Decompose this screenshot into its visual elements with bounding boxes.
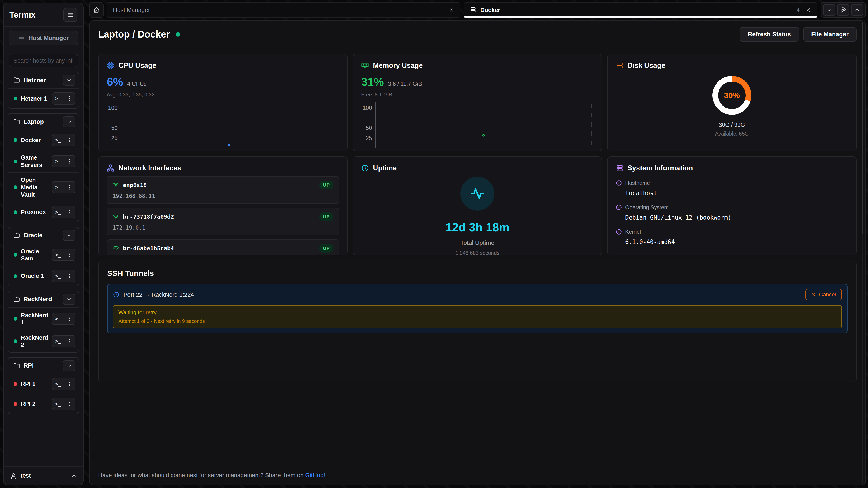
status-dot (13, 160, 17, 163)
host-row[interactable]: Open Media Vault >_ (8, 172, 79, 202)
host-actions: >_ (52, 398, 75, 410)
tab-host-manager[interactable]: Host Manager (107, 2, 460, 18)
group-collapse-button[interactable] (63, 360, 75, 371)
home-button[interactable] (89, 2, 103, 18)
close-icon[interactable] (449, 7, 454, 13)
host-name: RackNerd 2 (21, 334, 49, 349)
group-name: Oracle (24, 232, 59, 239)
activity-icon (460, 177, 494, 210)
terminal-button[interactable]: >_ (53, 398, 64, 410)
host-actions: >_ (52, 335, 75, 347)
card-title: Network Interfaces (119, 164, 181, 172)
host-menu-button[interactable] (64, 379, 75, 390)
memory-free: Free: 8.1 GiB (361, 92, 594, 98)
system-value: localhost (625, 190, 848, 197)
host-row[interactable]: RackNerd 1 >_ (8, 307, 79, 330)
home-icon (93, 7, 99, 13)
card-title: Memory Usage (373, 61, 423, 70)
host-name: Game Servers (21, 154, 49, 168)
host-online-dot (176, 32, 180, 37)
search-input[interactable] (8, 54, 78, 67)
terminal-icon: >_ (55, 252, 61, 258)
group-collapse-button[interactable] (63, 116, 75, 127)
cpu-load-avg: Avg: 0.33, 0.36, 0.32 (107, 92, 339, 98)
host-menu-button[interactable] (64, 313, 75, 324)
tools-button[interactable] (837, 4, 849, 16)
status-dot (13, 317, 17, 321)
scrollbar-thumb[interactable] (862, 22, 864, 234)
host-row[interactable]: Oracle Sam >_ (8, 243, 79, 266)
expand-button[interactable] (851, 4, 863, 16)
host-actions: >_ (52, 92, 75, 105)
group-header[interactable]: Oracle (8, 227, 79, 243)
server-icon (470, 7, 476, 13)
group-header[interactable]: RPI (8, 358, 79, 374)
system-label: Operating System (625, 204, 669, 210)
cpu-chart: 100 50 25 (121, 104, 337, 148)
host-row[interactable]: RPI 1 >_ (8, 374, 79, 394)
host-row[interactable]: Hetzner 1 >_ (8, 88, 79, 108)
scrollbar[interactable] (862, 22, 864, 483)
terminal-button[interactable]: >_ (53, 249, 64, 260)
host-menu-button[interactable] (64, 182, 75, 193)
collapse-button[interactable] (823, 4, 835, 16)
github-link[interactable]: GitHub! (305, 472, 325, 479)
host-row[interactable]: Oracle 1 >_ (8, 266, 79, 286)
user-menu[interactable]: test (4, 466, 83, 485)
system-value: 6.1.0-40-amd64 (625, 238, 848, 246)
kebab-icon (67, 316, 72, 322)
terminal-button[interactable]: >_ (53, 270, 64, 282)
clock-icon (361, 164, 369, 172)
terminal-button[interactable]: >_ (53, 313, 64, 324)
disk-usage: 30G / 99G (719, 122, 745, 128)
terminal-button[interactable]: >_ (53, 335, 64, 347)
app-title: Termix (9, 10, 35, 20)
terminal-button[interactable]: >_ (53, 379, 64, 390)
host-row[interactable]: RPI 2 >_ (8, 394, 79, 414)
host-menu-button[interactable] (64, 93, 75, 104)
terminal-button[interactable]: >_ (53, 134, 64, 146)
file-manager-button[interactable]: File Manager (803, 27, 857, 41)
folder-icon (13, 77, 20, 84)
host-row[interactable]: RackNerd 2 >_ (8, 330, 79, 352)
tab-docker[interactable]: Docker (464, 2, 817, 18)
host-menu-button[interactable] (64, 335, 75, 347)
terminal-button[interactable]: >_ (53, 206, 64, 218)
group-header[interactable]: Hetzner (8, 72, 79, 88)
host-actions: >_ (52, 249, 75, 261)
uptime-seconds: 1,048,683 seconds (456, 250, 499, 255)
host-menu-button[interactable] (64, 249, 75, 260)
host-menu-button[interactable] (64, 134, 75, 146)
cancel-label: Cancel (819, 291, 836, 298)
group-collapse-button[interactable] (63, 294, 75, 305)
sidebar-menu-button[interactable] (63, 8, 77, 22)
hamburger-icon (67, 11, 74, 18)
split-view-icon[interactable] (796, 7, 802, 13)
system-row: Kernel 6.1.0-40-amd64 (616, 229, 848, 246)
terminal-button[interactable]: >_ (53, 182, 64, 193)
host-row[interactable]: Game Servers >_ (8, 150, 79, 172)
group-header[interactable]: RackNerd (8, 291, 79, 307)
hammer-icon (840, 7, 846, 13)
interface-name: br-d6abe1b5cab4 (123, 245, 174, 252)
memory-icon (361, 62, 369, 69)
system-label: Kernel (625, 229, 641, 235)
terminal-button[interactable]: >_ (53, 93, 64, 104)
cancel-tunnel-button[interactable]: Cancel (805, 289, 842, 300)
dashboard-content: CPU Usage 6% 4 CPUs Avg: 0.33, 0.36, 0.3… (90, 48, 865, 382)
host-menu-button[interactable] (64, 398, 75, 410)
group-header[interactable]: Laptop (8, 113, 79, 130)
host-menu-button[interactable] (64, 156, 75, 167)
terminal-button[interactable]: >_ (53, 156, 64, 167)
chevron-up-icon (71, 473, 77, 479)
username: test (21, 472, 67, 479)
close-icon[interactable] (806, 7, 811, 13)
host-menu-button[interactable] (64, 206, 75, 218)
host-manager-button[interactable]: Host Manager (8, 31, 78, 45)
host-menu-button[interactable] (64, 270, 75, 282)
group-collapse-button[interactable] (63, 75, 75, 86)
refresh-status-button[interactable]: Refresh Status (740, 27, 799, 41)
group-collapse-button[interactable] (63, 230, 75, 241)
host-row[interactable]: Proxmox >_ (8, 202, 79, 222)
host-row[interactable]: Docker >_ (8, 130, 79, 150)
